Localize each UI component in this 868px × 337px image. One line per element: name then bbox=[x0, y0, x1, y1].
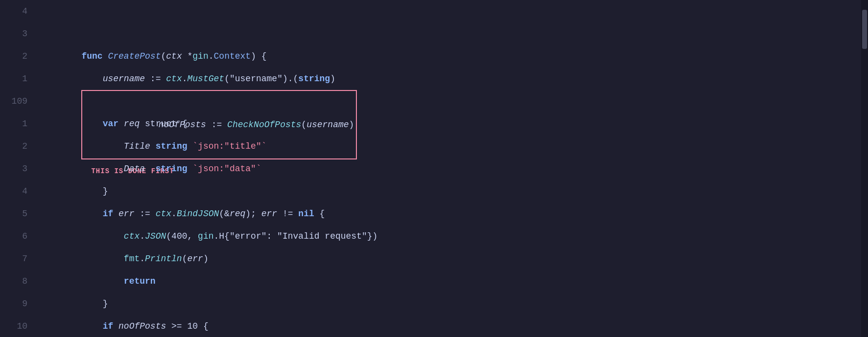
code-content: return bbox=[39, 247, 156, 270]
line-number: 2 bbox=[0, 135, 39, 157]
code-line-username: 2 username := ctx.MustGet("username").(s… bbox=[0, 45, 861, 67]
line-number: 10 bbox=[0, 315, 39, 337]
code-line-var-req: 109 var req struct { bbox=[0, 90, 861, 112]
code-content: if noOfPosts >= 10 { bbox=[39, 292, 209, 315]
line-number: 1 bbox=[0, 67, 39, 90]
code-line-func: 3 func CreatePost(ctx *gin.Context) { bbox=[0, 22, 861, 45]
code-line-return1: 7 return bbox=[0, 247, 861, 270]
code-content: Title string `json:"title"` bbox=[39, 112, 267, 135]
line-number: 3 bbox=[0, 157, 39, 180]
code-content: fmt.Println(err) bbox=[39, 225, 209, 247]
code-content: ctx.JSON(400, gin.H{"error": "Invalid re… bbox=[39, 202, 377, 225]
code-line-bindjson: 4 if err := ctx.BindJSON(&req); err != n… bbox=[0, 180, 861, 202]
code-content: var req struct { bbox=[39, 90, 187, 112]
code-line-title: 1 Title string `json:"title"` bbox=[0, 112, 861, 135]
code-line-println: 6 fmt.Println(err) bbox=[0, 225, 861, 247]
code-line-4-empty: 4 bbox=[0, 0, 861, 22]
line-number: 5 bbox=[0, 202, 39, 225]
code-line-noofposts: 1 noOfPosts := CheckNoOfPosts(username) … bbox=[0, 67, 861, 90]
line-number: 4 bbox=[0, 180, 39, 202]
code-content: if err := ctx.BindJSON(&req); err != nil… bbox=[39, 180, 325, 202]
code-line-close-struct: 3 } bbox=[0, 157, 861, 180]
code-content: func CreatePost(ctx *gin.Context) { bbox=[39, 22, 267, 45]
code-content: noOfPosts := CheckNoOfPosts(username) TH… bbox=[39, 67, 357, 90]
line-number: 1 bbox=[0, 112, 39, 135]
code-line-close-if1: 8 } bbox=[0, 270, 861, 292]
code-line-noofposts-check: 9 if noOfPosts >= 10 { bbox=[0, 292, 861, 315]
scrollbar[interactable] bbox=[861, 0, 868, 337]
line-number: 4 bbox=[0, 0, 39, 22]
code-content: } bbox=[39, 270, 108, 292]
code-content: } bbox=[39, 157, 108, 180]
code-line-json200: 10 ctx.JSON(200, gin.H{"error": "You hav… bbox=[0, 315, 861, 337]
line-number: 2 bbox=[0, 45, 39, 67]
scrollbar-thumb[interactable] bbox=[862, 10, 867, 49]
line-number: 8 bbox=[0, 270, 39, 292]
code-line-data: 2 Data string `json:"data"` bbox=[0, 135, 861, 157]
line-number: 3 bbox=[0, 22, 39, 45]
code-content: username := ctx.MustGet("username").(str… bbox=[39, 45, 335, 67]
code-content: ctx.JSON(200, gin.H{"error": "You have r… bbox=[39, 315, 531, 337]
line-number: 9 bbox=[0, 292, 39, 315]
line-number: 6 bbox=[0, 225, 39, 247]
code-content: Data string `json:"data"` bbox=[39, 135, 261, 157]
line-number: 7 bbox=[0, 247, 39, 270]
code-editor: 4 3 func CreatePost(ctx *gin.Context) { … bbox=[0, 0, 868, 337]
code-line-json400: 5 ctx.JSON(400, gin.H{"error": "Invalid … bbox=[0, 202, 861, 225]
line-number: 109 bbox=[0, 90, 39, 112]
